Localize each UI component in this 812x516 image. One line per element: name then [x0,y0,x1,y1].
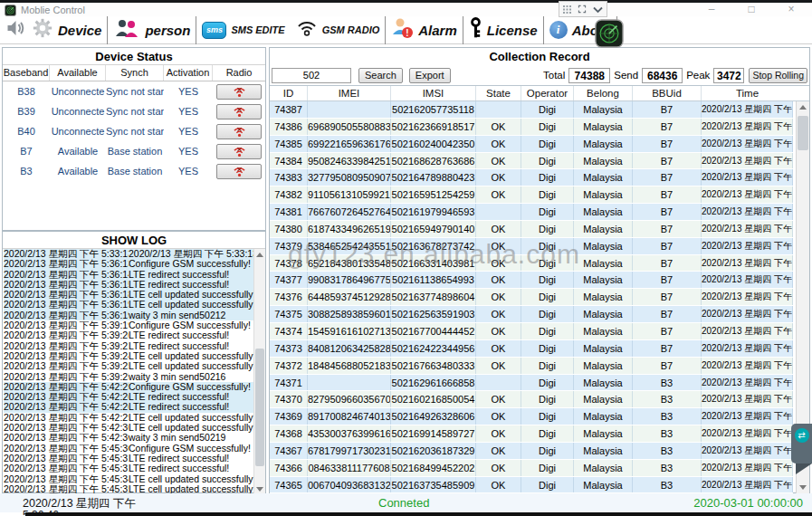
cell-belong: Malaysia [574,153,633,169]
table-row[interactable]: 74375 308825893859601 502162563591903 OK… [270,306,793,323]
table-row[interactable]: 74371 502162961666858 Digi Malaysia B3 2… [270,375,793,392]
radio-toggle-button[interactable] [216,164,262,179]
scroll-up-icon[interactable] [256,253,263,257]
table-row[interactable]: 74383 327795080950907 502164789880423 OK… [270,169,793,186]
cell-imsi: 502163678273742 [391,238,476,254]
toolbar-gsm-radio-button[interactable]: GSM RADIO [291,16,387,44]
key-icon [469,16,482,43]
cell-belong: Malaysia [574,272,633,288]
log-scroll-thumb[interactable] [255,349,264,466]
cell-state: OK [476,460,521,476]
collection-rows[interactable]: 74387 502162057735118 Digi Malaysia B7 2… [270,101,793,493]
table-row[interactable]: 74387 502162057735118 Digi Malaysia B7 2… [270,101,793,119]
table-row[interactable]: 74369 891700824674013 502164926328606 OK… [270,408,793,425]
table-row[interactable]: 74378 652184380133548 502166331403981 OK… [270,255,793,272]
scroll-down-icon[interactable] [799,485,807,490]
radio-toggle-button[interactable] [216,144,262,159]
table-row[interactable]: 74384 950824633984251 502168628763686 OK… [270,153,793,170]
log-time: 2020/2/13 星期四 下午 5:45:31 [4,454,129,463]
table-row[interactable]: 74372 184845688052183 502167663480333 OK… [270,358,793,375]
close-button[interactable]: × [781,3,801,15]
cell-operator: Digi [521,375,574,391]
cell-imsi: 502161979946593 [391,204,476,220]
table-row[interactable]: 74385 699221659636176 502160240042350 OK… [270,136,793,153]
cell-operator: Digi [521,272,574,288]
minimize-button[interactable]: – [702,3,721,15]
cell-imsi: 502163735485909 [391,477,476,493]
radio-toggle-button[interactable] [216,104,262,119]
cell-imsi: 502166331403981 [391,255,476,272]
table-row[interactable]: 74373 840812063425828 502162422344956 OK… [270,340,793,358]
log-time: 2020/2/13 星期四 下午 5:39:20 [4,330,129,340]
log-scrollbar[interactable] [253,249,265,495]
table-row[interactable]: 74374 154591616102713 502167700444452 OK… [270,323,793,340]
table-row[interactable]: 74376 644859374512928 502163774898604 OK… [270,289,793,306]
log-time: 2020/2/13 星期四 下午 5:45:31 [4,463,129,473]
cell-id: 74365 [270,477,308,493]
log-entry: 2020/2/13 星期四 下午 5:36:13 Configure GSM s… [4,259,253,269]
search-input[interactable] [272,68,351,83]
total-value: 74388 [568,68,610,83]
toolbar-sms-edit-button[interactable]: sms SMS EDITE [196,16,290,44]
table-row[interactable]: 74377 990831786496775 502161138654993 OK… [270,272,793,289]
radio-toggle-button[interactable] [216,124,262,139]
toolbar-license-button[interactable]: License [463,16,544,44]
log-message: LTE redirect successful! [129,270,253,280]
toolbar-person-button[interactable]: person [108,16,196,44]
collection-scroll-thumb[interactable] [798,116,808,150]
scroll-down-icon[interactable] [256,487,263,492]
teamviewer-tab[interactable]: ⇄ [791,424,812,463]
cell-imei [308,375,391,391]
table-row[interactable]: 74370 827950966035670 502160216850054 OK… [270,391,793,408]
log-time: 2020/2/13 星期四 下午 5:45:30 [4,444,129,454]
cell-state: OK [476,289,521,305]
cell-imsi: 502160240042350 [391,136,476,152]
log-entry: 2020/2/13 星期四 下午 5:36:14 LTE redirect su… [4,270,253,280]
stop-rolling-button[interactable]: Stop Rolling [749,68,807,83]
radar-app-icon[interactable] [595,19,624,52]
cell-belong: Malaysia [574,340,633,357]
toolbar-speaker[interactable] [0,16,26,44]
peak-value: 3472 [713,68,744,83]
table-row[interactable]: 74367 678179971730231 502162036187329 OK… [270,443,793,460]
cell-id: 74382 [270,186,308,203]
table-row[interactable]: 74386 696890505580883 502162366918517 OK… [270,119,793,136]
expand-icon[interactable] [578,1,587,17]
device-row: B40 Unconnecte Sync not star YES [3,121,265,141]
log-message: waity 3 min send50212 [129,311,253,320]
table-row[interactable]: 74366 084633811177608 502168499452202 OK… [270,460,793,477]
cell-operator: Digi [521,169,574,186]
col-available: Available [50,65,106,81]
cell-bbuid: B7 [633,306,702,322]
bottom-border-strip [25,512,812,516]
restore-button[interactable]: □ [741,3,761,15]
cell-imsi: 502164926328606 [391,408,476,425]
cell-state: OK [476,255,521,272]
synch-value: Sync not star [106,106,164,117]
col-activation: Activation [164,65,213,81]
table-row[interactable]: 74368 435300376399616 502169914589727 OK… [270,425,793,443]
toolbar-device-label: Device [58,23,101,38]
table-row[interactable]: 74379 538465254243551 502163678273742 OK… [270,238,793,255]
cell-imsi: 502162036187329 [391,443,476,459]
toolbar-device-button[interactable]: Device [26,16,108,44]
table-row[interactable]: 74380 618743349626519 502165949790140 OK… [270,221,793,238]
chevron-down-icon[interactable] [593,1,603,17]
col-baseband: Baseband [3,65,50,81]
table-row[interactable]: 74382 911056131059921 502165951254259 OK… [270,186,793,204]
table-row[interactable]: 74365 006704093683132 502163735485909 OK… [270,477,793,493]
log-message: LTE redirect successful! [129,392,253,402]
speaker-icon [5,19,26,41]
log-list[interactable]: 2020/2/13 星期四 下午 5:33:13 2020/2/13 星期四 下… [4,249,253,495]
search-button[interactable]: Search [358,68,403,83]
export-button[interactable]: Export [409,68,451,83]
radio-toggle-button[interactable] [216,84,262,100]
table-row[interactable]: 74381 766760726452764 502161979946593 Di… [270,204,793,221]
scroll-up-icon[interactable] [799,105,807,110]
peak-label: Peak [686,70,710,81]
toolbar-alarm-button[interactable]: ! Alarm [386,16,463,44]
cell-imsi: 502167663480333 [391,358,476,374]
activation-value: YES [164,126,213,137]
grid-icon[interactable] [563,1,571,17]
log-message: Configure GSM successfully! [129,320,253,330]
